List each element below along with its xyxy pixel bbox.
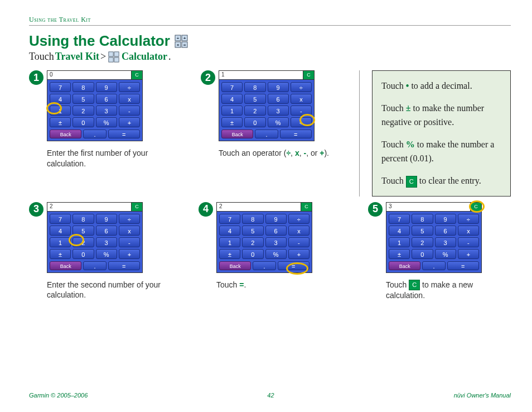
key-div: ÷ <box>288 214 309 224</box>
key-sub: - <box>458 237 479 247</box>
svg-rect-10 <box>109 57 113 61</box>
key-div: ÷ <box>119 82 140 92</box>
footer-manual-title: nüvi Owner's Manual <box>454 392 511 399</box>
op-sub: - <box>303 148 306 157</box>
key-dot: . <box>422 261 445 270</box>
key-eq: = <box>278 261 309 270</box>
key-3: 3 <box>435 237 456 247</box>
step-number-5: 5 <box>368 202 383 217</box>
key-div: ÷ <box>291 82 312 92</box>
svg-rect-8 <box>109 51 113 56</box>
key-7: 7 <box>221 82 243 92</box>
key-2: 2 <box>72 237 94 247</box>
calc-display: 0 <box>47 71 131 79</box>
op-mul: x <box>295 148 299 157</box>
footer-copyright: Garmin © 2005–2006 <box>29 392 88 399</box>
calculator-screenshot-5: 3C 789÷ 456x 123- ±0%+ Back.= <box>386 202 482 273</box>
key-eq: = <box>447 261 479 270</box>
key-0: 0 <box>242 249 263 259</box>
caption-text: Touch <box>386 280 409 289</box>
key-5: 5 <box>412 226 433 236</box>
key-add: + <box>119 117 140 127</box>
key-1: 1 <box>389 237 410 247</box>
key-pm: ± <box>50 117 71 127</box>
step-1-caption: Enter the first number of your calculati… <box>47 148 174 169</box>
calculator-screenshot-4: 2C 789÷ 456x 123- ±0%+ Back.= <box>216 202 312 273</box>
key-sub: - <box>119 237 140 247</box>
calc-clear-key: C <box>303 71 314 79</box>
key-2: 2 <box>244 106 265 116</box>
step-3-caption: Enter the second number of your calculat… <box>47 280 172 301</box>
key-4: 4 <box>50 226 71 236</box>
key-6: 6 <box>268 94 289 104</box>
tip-text: Touch <box>381 176 406 185</box>
key-mul: x <box>119 226 140 236</box>
page-title: Using the Calculator ÷+×= <box>29 32 511 50</box>
tip-plusminus: Touch ± to make the number negative or p… <box>381 101 502 130</box>
key-4: 4 <box>221 94 243 104</box>
key-pm: ± <box>221 117 243 127</box>
key-9: 9 <box>96 214 117 224</box>
key-pct: % <box>268 117 289 127</box>
calc-clear-key: C <box>131 71 142 79</box>
calculator-screenshot-3: 2C 789÷ 456x 123- ±0%+ Back.= <box>47 202 143 273</box>
caption-text: ). <box>324 148 329 157</box>
tips-sidebar: Touch • to add a decimal. Touch ± to mak… <box>359 70 511 197</box>
key-dot: . <box>255 130 278 138</box>
subtitle-period: . <box>168 51 171 63</box>
clear-button-icon: C <box>409 280 420 290</box>
calculator-screenshot-2: 1C 789÷ 456x 123- ±0%+ Back.= <box>219 70 315 141</box>
key-back: Back <box>219 261 251 270</box>
step-number-4: 4 <box>199 202 213 217</box>
tip-box: Touch • to add a decimal. Touch ± to mak… <box>372 70 511 197</box>
key-dot: . <box>253 261 275 270</box>
key-7: 7 <box>389 214 410 224</box>
key-8: 8 <box>412 214 433 224</box>
calculator-icon: ÷+×= <box>175 35 188 48</box>
caption-text: Touch an operator ( <box>219 148 286 157</box>
op-div: ÷ <box>286 148 291 157</box>
footer-page-number: 42 <box>267 392 274 399</box>
step-5: 5 3C 789÷ 456x 123- ±0%+ Back.= Touch C … <box>368 202 511 301</box>
svg-text:+: + <box>183 36 186 41</box>
key-sub: - <box>288 237 309 247</box>
key-7: 7 <box>50 82 71 92</box>
key-add: + <box>291 117 312 127</box>
calculator-icon-small <box>108 51 119 63</box>
key-4: 4 <box>219 226 240 236</box>
calc-keypad: 789÷ 456x 123- ±0%+ <box>47 80 142 130</box>
tip-decimal: Touch • to add a decimal. <box>381 79 502 93</box>
key-1: 1 <box>50 106 71 116</box>
subtitle-gt: > <box>100 51 106 63</box>
key-4: 4 <box>389 226 410 236</box>
key-pct: % <box>96 117 117 127</box>
key-8: 8 <box>72 82 94 92</box>
key-mul: x <box>288 226 309 236</box>
key-2: 2 <box>242 237 263 247</box>
key-mul: x <box>458 226 479 236</box>
tip-clear: Touch C to clear the entry. <box>381 174 502 188</box>
caption-text: . <box>244 280 246 289</box>
key-8: 8 <box>244 82 265 92</box>
key-7: 7 <box>219 214 240 224</box>
key-3: 3 <box>265 237 287 247</box>
key-0: 0 <box>412 249 433 259</box>
key-2: 2 <box>412 237 433 247</box>
key-dot: . <box>83 130 106 138</box>
key-8: 8 <box>72 214 94 224</box>
key-5: 5 <box>244 94 265 104</box>
key-back: Back <box>50 261 81 270</box>
subtitle-travel-kit: Travel Kit <box>55 51 99 63</box>
svg-rect-11 <box>114 57 119 61</box>
key-back: Back <box>50 130 81 138</box>
calc-clear-key: C <box>131 203 142 211</box>
key-3: 3 <box>96 237 117 247</box>
calc-display: 3 <box>386 203 470 211</box>
key-0: 0 <box>72 249 94 259</box>
key-pm: ± <box>389 249 410 259</box>
key-pct: % <box>265 249 287 259</box>
calc-clear-key: C <box>470 203 481 211</box>
key-9: 9 <box>96 82 117 92</box>
step-4-caption: Touch =. <box>216 280 341 290</box>
key-add: + <box>119 249 140 259</box>
